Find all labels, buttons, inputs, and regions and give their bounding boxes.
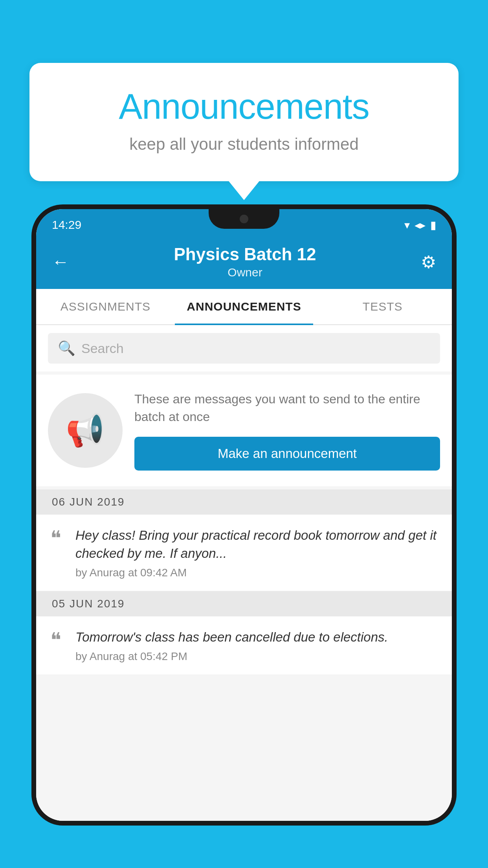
status-time: 14:29 [52,218,81,232]
speech-bubble-card: Announcements keep all your students inf… [29,63,459,181]
promo-content: These are messages you want to send to t… [134,390,440,471]
promo-card: 📢 These are messages you want to send to… [36,375,452,486]
search-placeholder-text: Search [81,341,124,356]
announcement-item-2[interactable]: ❝ Tomorrow's class has been cancelled du… [36,616,452,675]
content-area: 🔍 Search 📢 These are messages you want t… [36,325,452,821]
announcement-meta-2: by Anurag at 05:42 PM [75,650,440,663]
date-header-1: 06 JUN 2019 [36,489,452,515]
megaphone-icon: 📢 [66,412,105,449]
phone-screen: 14:29 ▾ ◂▸ ▮ ← Physics Batch 12 Owner ⚙ [36,209,452,821]
camera-lens [240,215,248,223]
announcement-item-1[interactable]: ❝ Hey class! Bring your practical record… [36,515,452,591]
tab-assignments[interactable]: ASSIGNMENTS [36,289,175,324]
announcement-content-1: Hey class! Bring your practical record b… [75,526,440,579]
bubble-subtitle: keep all your students informed [49,135,439,154]
tabs-bar: ASSIGNMENTS ANNOUNCEMENTS TESTS [36,289,452,325]
phone-outer-shell: 14:29 ▾ ◂▸ ▮ ← Physics Batch 12 Owner ⚙ [31,204,457,826]
quote-icon-2: ❝ [44,630,68,651]
date-header-2: 05 JUN 2019 [36,591,452,616]
search-bar[interactable]: 🔍 Search [48,333,440,364]
search-icon: 🔍 [58,340,75,357]
back-button[interactable]: ← [52,252,69,272]
tab-announcements[interactable]: ANNOUNCEMENTS [175,289,314,324]
announcement-meta-1: by Anurag at 09:42 AM [75,566,440,579]
speech-bubble-section: Announcements keep all your students inf… [29,63,459,181]
header-title: Physics Batch 12 [69,245,421,264]
quote-icon-1: ❝ [44,528,68,549]
search-container: 🔍 Search [36,325,452,371]
wifi-icon: ▾ [404,219,410,232]
promo-description: These are messages you want to send to t… [134,390,440,426]
settings-button[interactable]: ⚙ [421,252,436,272]
bubble-title: Announcements [49,86,439,127]
phone-mockup: 14:29 ▾ ◂▸ ▮ ← Physics Batch 12 Owner ⚙ [31,204,457,868]
promo-icon-circle: 📢 [48,393,123,468]
announcement-content-2: Tomorrow's class has been cancelled due … [75,628,440,663]
header-center: Physics Batch 12 Owner [69,245,421,279]
make-announcement-button[interactable]: Make an announcement [134,437,440,471]
announcement-text-2: Tomorrow's class has been cancelled due … [75,628,440,646]
header-subtitle: Owner [69,266,421,279]
signal-icon: ◂▸ [415,219,426,232]
battery-icon: ▮ [430,219,436,232]
phone-notch [209,209,279,229]
status-icons: ▾ ◂▸ ▮ [404,219,436,232]
announcement-text-1: Hey class! Bring your practical record b… [75,526,440,563]
tab-tests[interactable]: TESTS [313,289,452,324]
app-header: ← Physics Batch 12 Owner ⚙ [36,237,452,289]
